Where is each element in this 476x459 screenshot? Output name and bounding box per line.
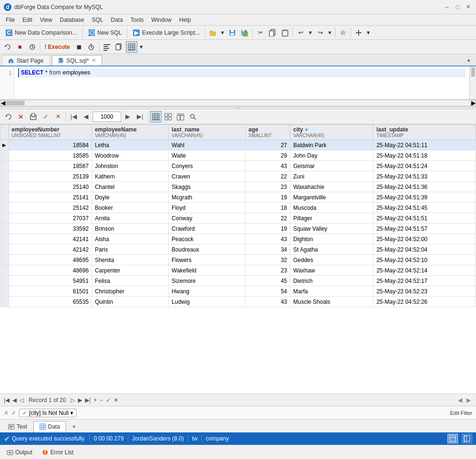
cell[interactable]: Pillager: [290, 213, 373, 224]
menu-data[interactable]: Data: [107, 16, 126, 24]
grid-scroll-area[interactable]: employeeNumber UNSIGNED SMALLINT employe…: [0, 124, 476, 393]
undo-button[interactable]: ↩: [295, 27, 306, 38]
cell[interactable]: Woodrow: [92, 150, 169, 161]
tab-data[interactable]: Data: [33, 421, 66, 432]
paste-button[interactable]: [279, 27, 291, 38]
filter-close-btn[interactable]: ✕: [4, 410, 9, 416]
cell[interactable]: Geddes: [290, 255, 373, 265]
cell[interactable]: 42141: [9, 234, 92, 244]
menu-sql[interactable]: SQL: [88, 16, 107, 24]
expand-button[interactable]: [353, 27, 364, 38]
menu-help[interactable]: Help: [175, 16, 195, 24]
table-row[interactable]: 33592BrinsonCrawford19Squaw Valley25-May…: [0, 224, 476, 234]
redo-button[interactable]: ↪: [314, 27, 326, 38]
cell[interactable]: 22: [245, 171, 290, 182]
refresh-button[interactable]: [2, 41, 13, 53]
cell[interactable]: 34: [245, 244, 290, 255]
cell[interactable]: Sizemore: [169, 276, 246, 286]
cell[interactable]: Quintin: [92, 297, 169, 307]
cell[interactable]: 25140: [9, 182, 92, 192]
tab-list-button[interactable]: ▾: [463, 55, 474, 66]
cell[interactable]: 54: [245, 286, 290, 297]
cell[interactable]: 27: [245, 140, 290, 150]
format-button[interactable]: [101, 41, 113, 53]
table-row[interactable]: 48696CarpenterWakefield23Waxhaw25-May-22…: [0, 265, 476, 276]
table-row[interactable]: 61501ChristopherHwang54Marfa25-May-22 04…: [0, 286, 476, 297]
execute-button[interactable]: ! Execute: [42, 41, 72, 53]
cell[interactable]: Chantel: [92, 182, 169, 192]
cell[interactable]: 25-May-22 04:51:39: [373, 192, 476, 203]
cell[interactable]: 18585: [9, 150, 92, 161]
table-row[interactable]: 27037ArnitaConway22Pillager25-May-22 04:…: [0, 213, 476, 224]
filter-check-btn[interactable]: ✓: [11, 410, 16, 416]
nav-prev2-sm[interactable]: ◁: [19, 397, 24, 403]
cell[interactable]: Muscoda: [290, 203, 373, 213]
execute-large-button[interactable]: ▶ Execute Large Script...: [129, 27, 203, 38]
cell[interactable]: 25142: [9, 203, 92, 213]
tab-sql-file[interactable]: S SQL.sql* ✕: [52, 55, 102, 66]
tb-dropdown-open[interactable]: ▾: [219, 27, 226, 38]
cell[interactable]: 25-May-22 04:51:33: [373, 171, 476, 182]
cell[interactable]: 29: [245, 150, 290, 161]
filter-tag[interactable]: ✓ [city] Is Not Null ▾: [19, 409, 76, 417]
cell[interactable]: Boudreaux: [169, 244, 246, 255]
cell[interactable]: 19: [245, 192, 290, 203]
nav-prev-button[interactable]: ◀: [80, 111, 92, 122]
cell[interactable]: Aisha: [92, 234, 169, 244]
cell[interactable]: 25-May-22 04:51:11: [373, 140, 476, 150]
col-header-last-name[interactable]: last_name VARCHAR(45): [169, 125, 246, 140]
cell[interactable]: 25139: [9, 171, 92, 182]
cell[interactable]: 25-May-22 04:51:18: [373, 150, 476, 161]
nav-check-sm[interactable]: ✓: [106, 397, 111, 403]
cell[interactable]: 18: [245, 203, 290, 213]
restore-button[interactable]: □: [453, 3, 462, 11]
nav-cancel-sm[interactable]: ✕: [114, 397, 118, 403]
table-row[interactable]: 65535QuintinLudwig43Muscle Shoals25-May-…: [0, 297, 476, 307]
cell[interactable]: Crawford: [169, 224, 246, 234]
cell[interactable]: 18584: [9, 140, 92, 150]
cell[interactable]: Geismar: [290, 161, 373, 171]
cell[interactable]: 48696: [9, 265, 92, 276]
tab-close-button[interactable]: ✕: [92, 57, 96, 64]
stop-button[interactable]: ■: [14, 41, 26, 53]
cell[interactable]: 19: [245, 224, 290, 234]
cell[interactable]: Waite: [169, 150, 246, 161]
table-row[interactable]: 25142BookerFloyd18Muscoda25-May-22 04:51…: [0, 203, 476, 213]
export-button[interactable]: [28, 111, 39, 122]
cell[interactable]: Brinson: [92, 224, 169, 234]
cell[interactable]: 18587: [9, 161, 92, 171]
stop-exec-button[interactable]: ◼: [73, 41, 85, 53]
cell[interactable]: Kathern: [92, 171, 169, 182]
col-header-age[interactable]: age SMALLINT: [245, 125, 290, 140]
cell[interactable]: Craven: [169, 171, 246, 182]
cell[interactable]: Ludwig: [169, 297, 246, 307]
scroll-left-btn[interactable]: ◀: [0, 100, 6, 106]
editor-scrollbar-h[interactable]: ◀ ▶: [0, 100, 476, 106]
cell[interactable]: 25-May-22 04:52:04: [373, 244, 476, 255]
stop-results-button[interactable]: ✕: [15, 111, 27, 122]
cell[interactable]: 42142: [9, 244, 92, 255]
open-button[interactable]: [207, 27, 219, 38]
grid-view-button[interactable]: [126, 41, 137, 53]
cut-button[interactable]: ✂: [255, 27, 266, 38]
col-header-employeeNumber[interactable]: employeeNumber UNSIGNED SMALLINT: [9, 125, 92, 140]
nav-first-button[interactable]: |◀: [68, 111, 79, 122]
menu-file[interactable]: File: [2, 16, 19, 24]
grid-scroll-left[interactable]: ◀: [458, 397, 464, 403]
nav-prev-sm[interactable]: ◀: [12, 397, 17, 403]
status-view2-btn[interactable]: [462, 434, 472, 443]
cell[interactable]: 25-May-22 04:51:51: [373, 213, 476, 224]
cell[interactable]: Waxahachie: [290, 182, 373, 192]
menu-database[interactable]: Database: [56, 16, 88, 24]
col-header-city[interactable]: city ▼ VARCHAR(45): [290, 125, 373, 140]
table-row[interactable]: 25140ChantelSkaggs23Waxahachie25-May-22 …: [0, 182, 476, 192]
menu-window[interactable]: Window: [148, 16, 176, 24]
cell[interactable]: Hwang: [169, 286, 246, 297]
nav-last-sm[interactable]: ▶|: [85, 397, 91, 403]
cell[interactable]: Zuni: [290, 171, 373, 182]
cell[interactable]: 45: [245, 276, 290, 286]
cell[interactable]: Baldwin Park: [290, 140, 373, 150]
nav-add-sm[interactable]: +: [94, 397, 97, 403]
cell[interactable]: 33592: [9, 224, 92, 234]
table-row[interactable]: 42141AishaPeacock43Dighton25-May-22 04:5…: [0, 234, 476, 244]
